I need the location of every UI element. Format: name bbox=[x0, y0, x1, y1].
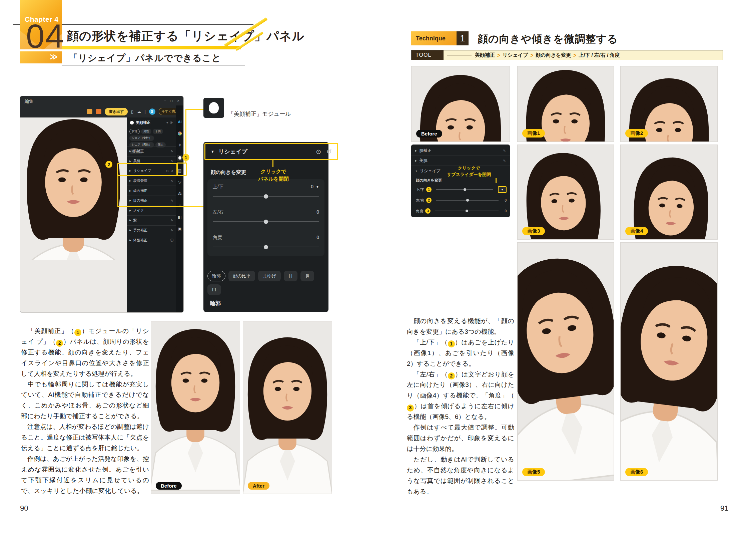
panel-section-list: ▶肌補正✎ ▶美肌✎ ▶リシェイプ⊙↺ ▶表情管理✎ ▶歯の補正 ▶目の補正✎ … bbox=[127, 146, 176, 245]
pen-icon: ✎ bbox=[171, 199, 173, 203]
avatar[interactable]: S bbox=[149, 108, 155, 115]
clothes-module-icon[interactable]: ▽ bbox=[178, 180, 181, 184]
folder-module-icon[interactable]: ▣ bbox=[178, 227, 181, 231]
slider-track[interactable] bbox=[435, 211, 499, 211]
button-mouth[interactable]: 口 bbox=[207, 284, 221, 295]
section-eyes[interactable]: ▶目の補正✎ bbox=[127, 196, 176, 206]
app-toolbar: 書き出す ▯ ☁ | S 今すぐ購入 bbox=[20, 105, 183, 117]
section-teeth[interactable]: ▶歯の補正 bbox=[127, 186, 176, 196]
breadcrumb-item: 美顔補正 bbox=[475, 52, 495, 58]
slider-knob[interactable] bbox=[264, 245, 268, 249]
sub-slider-dropdown[interactable]: ▼ bbox=[498, 186, 507, 193]
before-photo: Before bbox=[151, 321, 240, 494]
chevron-icon: > bbox=[531, 52, 534, 58]
button-eyebrows[interactable]: まゆげ bbox=[258, 271, 281, 281]
mini-slider-updown: 上/下 1 ▼ bbox=[411, 185, 510, 195]
left-body-text: 「美顔補正」（1）モジュールの「リシェイ プ」（2）パネルは、顔周りの形状を修正… bbox=[21, 326, 149, 496]
section-makeup[interactable]: ▶メイク bbox=[127, 206, 176, 216]
chapter-number: 04 bbox=[26, 19, 64, 53]
section-body[interactable]: ▶体型補正ⓘ bbox=[127, 235, 176, 245]
minimize-icon[interactable]: − bbox=[164, 98, 166, 103]
tool-label: TOOL bbox=[412, 50, 444, 60]
gift-icon[interactable] bbox=[87, 109, 92, 114]
tag-senior-female[interactable]: シニア（女性） bbox=[129, 136, 154, 141]
pen-icon: ✎ bbox=[171, 179, 173, 183]
menu-edit[interactable]: 編集 bbox=[25, 98, 33, 104]
slider-track[interactable] bbox=[436, 189, 493, 190]
breadcrumb-item: 上/下 / 左/右 / 角度 bbox=[579, 52, 620, 58]
refresh-icon[interactable]: ⟳ bbox=[170, 121, 173, 125]
page-number-right: 91 bbox=[720, 504, 728, 513]
device-icon[interactable]: ▯ bbox=[131, 109, 133, 114]
image2-label: 画像2 bbox=[625, 129, 648, 138]
pet-module-icon[interactable]: ⁂ bbox=[178, 192, 182, 196]
image4-label: 画像4 bbox=[625, 227, 648, 235]
button-outline[interactable]: 輪郭 bbox=[207, 271, 225, 281]
slider-track[interactable] bbox=[213, 247, 319, 247]
dropdown-icon[interactable]: ▼ bbox=[316, 185, 319, 189]
cloud-icon[interactable]: ☁ bbox=[137, 109, 141, 114]
slider-track[interactable] bbox=[436, 200, 499, 201]
camera-module-icon[interactable]: ◧ bbox=[178, 215, 181, 219]
mini-badge-3: 3 bbox=[425, 208, 431, 214]
mini-badge-1: 1 bbox=[426, 187, 432, 192]
slider-knob[interactable] bbox=[464, 188, 466, 191]
paragraph: 注意点は、人相が変わるほどの調整は避けること。過度な修正は被写体本人に「欠点を伝… bbox=[21, 422, 149, 454]
preview-eye-icon[interactable]: ⊙ bbox=[316, 148, 321, 156]
face-detect-icon[interactable]: ⌖ bbox=[166, 121, 168, 125]
slider-track[interactable] bbox=[213, 196, 319, 197]
slider-track[interactable] bbox=[213, 221, 319, 222]
r-before-photo: Before bbox=[411, 66, 510, 142]
promo-icon[interactable] bbox=[96, 109, 101, 114]
mini-slider-leftright: 左/右 2 0 bbox=[411, 195, 510, 205]
button-face-ratio[interactable]: 顔の比率 bbox=[228, 271, 255, 281]
image5-label: 画像5 bbox=[522, 468, 545, 476]
slider-knob[interactable] bbox=[264, 194, 268, 199]
button-nose[interactable]: 鼻 bbox=[300, 271, 314, 281]
page-number-left: 90 bbox=[20, 504, 28, 513]
panel-toggle-callout: クリックで パネルを開閉 bbox=[247, 168, 300, 183]
tag-child[interactable]: 子供 bbox=[153, 129, 163, 134]
expand-icon: ▼ bbox=[211, 150, 214, 154]
mini-section-bihada[interactable]: ▶美肌✎ bbox=[411, 156, 510, 166]
button-eyes[interactable]: 目 bbox=[284, 271, 297, 281]
tag-female[interactable]: 女性 bbox=[129, 129, 140, 134]
pen-icon: ✎ bbox=[171, 159, 173, 163]
paragraph: ただし、動きはAIで判断しているため、不自然な角度や向きになるような写真では範囲… bbox=[407, 454, 514, 497]
crop-module-icon[interactable]: ⌗ bbox=[179, 204, 181, 208]
slider-knob[interactable] bbox=[466, 199, 469, 202]
section-expression[interactable]: ▶表情管理✎ bbox=[127, 176, 176, 186]
section-skin[interactable]: ▶肌補正✎ bbox=[127, 146, 176, 156]
mini-section-skin[interactable]: ▶肌補正✎ bbox=[411, 146, 510, 156]
maximize-icon[interactable]: □ bbox=[170, 98, 173, 103]
image1-label: 画像1 bbox=[522, 129, 545, 138]
effects-module-icon[interactable]: ✳ bbox=[178, 143, 181, 147]
color-module-icon[interactable] bbox=[178, 131, 182, 136]
paragraph: 中でも輪郭周りに関しては機能が充実していて、AI機能で自動補正できるだけでなく、… bbox=[21, 379, 149, 422]
tag-male[interactable]: 男性 bbox=[141, 129, 151, 134]
reshape-category-buttons: 輪郭 顔の比率 まゆげ 目 鼻 口 bbox=[207, 271, 326, 295]
paragraph: 作例は、あごが上がった活発な印象を、控えめな雰囲気に変化させた例。あごを引いて下… bbox=[21, 454, 149, 496]
reshape-panel-header[interactable]: ▼ リシェイプ ⊙ ↺ bbox=[204, 143, 338, 160]
slider-knob[interactable] bbox=[466, 210, 468, 212]
close-icon[interactable]: × bbox=[177, 98, 179, 103]
panel-divider bbox=[207, 265, 324, 265]
callout-line bbox=[117, 174, 118, 207]
mini-panel: ▶肌補正✎ ▶美肌✎ ▼リシェイプ 顔の向きを変更 上/下 1 ▼ 左/右 2 … bbox=[411, 145, 510, 217]
slider-card: 上/下 0▼ 左/右 0 角度 0 bbox=[207, 179, 324, 256]
export-button[interactable]: 書き出す bbox=[105, 108, 128, 115]
face-module-icon[interactable] bbox=[177, 155, 182, 161]
section-hands[interactable]: ▶手の補正✎ bbox=[127, 225, 176, 235]
callout-badge-2: 2 bbox=[105, 161, 112, 168]
section-hair[interactable]: ▶髪✎ bbox=[127, 215, 176, 225]
pen-icon: ✎ bbox=[503, 159, 506, 163]
inline-badge-1: 1 bbox=[448, 340, 455, 347]
r-before-label: Before bbox=[416, 130, 442, 138]
outline-section-label: 輪郭 bbox=[210, 300, 221, 307]
paragraph: 作例はすべて最大値で調整。可動範囲はわずかだが、印象を変えるには十分に効果的。 bbox=[407, 422, 514, 454]
slider-knob[interactable] bbox=[264, 220, 268, 224]
image3-photo: 画像3 bbox=[517, 145, 614, 240]
reset-icon[interactable]: ↺ bbox=[326, 148, 332, 156]
ai-module-icon[interactable]: Ai bbox=[178, 120, 182, 124]
module-callout-icon bbox=[203, 98, 224, 118]
